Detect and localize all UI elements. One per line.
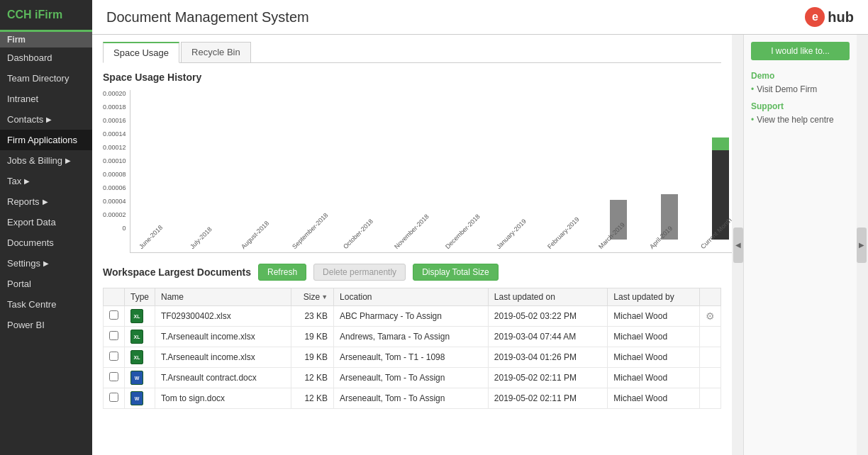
size-sort-arrow: ▼	[321, 293, 328, 300]
ehub-e-circle: e	[805, 7, 825, 27]
sidebar-item-settings[interactable]: Settings ▶	[0, 253, 92, 274]
sidebar-item-intranet[interactable]: Intranet	[0, 89, 92, 109]
sidebar-item-contacts[interactable]: Contacts ▶	[0, 109, 92, 130]
demo-section-title: Demo	[751, 71, 850, 81]
row-last-updated-by: Michael Wood	[608, 306, 700, 327]
row-type: W	[125, 388, 155, 409]
row-name: T.Arseneault income.xlsx	[155, 347, 291, 368]
table-row: XL T.Arseneault income.xlsx 19 KB Arsene…	[104, 347, 721, 368]
workspace-title: Workspace Largest Documents	[103, 266, 251, 278]
table-row: W T.Arsneault contract.docx 12 KB Arsene…	[104, 368, 721, 388]
view-help-centre-link[interactable]: • View the help centre	[751, 115, 850, 125]
row-name: Tom to sign.docx	[155, 388, 291, 409]
row-type: XL	[125, 347, 155, 368]
row-checkbox[interactable]	[104, 388, 125, 409]
row-actions	[700, 327, 721, 347]
row-type: XL	[125, 306, 155, 327]
table-header-name: Name	[155, 288, 291, 306]
sidebar-item-power-bi[interactable]: Power BI	[0, 315, 92, 335]
table-row: W Tom to sign.docx 12 KB Arseneault, Tom…	[104, 388, 721, 409]
table-header-checkbox	[104, 288, 125, 306]
row-checkbox[interactable]	[104, 306, 125, 327]
y-axis: 0.00020 0.00018 0.00016 0.00014 0.00012 …	[103, 90, 130, 253]
scroll-arrow-right[interactable]: ▶	[857, 228, 867, 263]
row-last-updated-on: 2019-03-04 01:26 PM	[488, 347, 608, 368]
row-last-updated-on: 2019-03-04 07:44 AM	[488, 327, 608, 347]
main-content: Space Usage Recycle Bin Space Usage Hist…	[92, 35, 732, 455]
row-location: Andrews, Tamara - To Assign	[334, 327, 489, 347]
visit-demo-firm-link[interactable]: • Visit Demo Firm	[751, 84, 850, 94]
logo-firm: Firm	[38, 9, 63, 21]
table-row: XL TF029300402.xlsx 23 KB ABC Pharmacy -…	[104, 306, 721, 327]
row-last-updated-by: Michael Wood	[608, 368, 700, 388]
tab-space-usage[interactable]: Space Usage	[103, 42, 179, 63]
row-last-updated-on: 2019-05-02 03:22 PM	[488, 306, 608, 327]
table-header-size[interactable]: Size ▼	[291, 288, 334, 306]
i-would-like-to-button[interactable]: I would like to...	[751, 42, 850, 60]
sidebar-item-export-data[interactable]: Export Data	[0, 212, 92, 232]
row-name: T.Arseneault income.xlsx	[155, 327, 291, 347]
chart-bars-wrapper: June-2018 July-2018 August-2018	[130, 90, 732, 253]
right-panel: I would like to... Demo • Visit Demo Fir…	[743, 35, 857, 455]
row-type: W	[125, 368, 155, 388]
table-header-actions	[700, 288, 721, 306]
tax-arrow: ▶	[24, 177, 30, 185]
chart-title: Space Usage History	[103, 72, 721, 83]
settings-arrow: ▶	[43, 259, 49, 267]
topbar: Document Management System e hub	[92, 0, 868, 35]
bar-december-2018: December-2018	[444, 240, 486, 252]
sidebar-logo: CCH iFirm	[0, 0, 92, 32]
bar-october-2018: October-2018	[342, 240, 384, 252]
table-header-type: Type	[125, 288, 155, 306]
row-location: Arseneault, Tom - To Assign	[334, 368, 489, 388]
display-total-size-button[interactable]: Display Total Size	[413, 264, 499, 281]
chart-area: June-2018 July-2018 August-2018	[130, 90, 732, 253]
tabs: Space Usage Recycle Bin	[103, 42, 721, 63]
row-last-updated-on: 2019-05-02 02:11 PM	[488, 368, 608, 388]
bar-january-2019: January-2019	[495, 240, 538, 252]
row-gear[interactable]: ⚙	[700, 306, 721, 327]
table-header-last-updated-on: Last updated on	[488, 288, 608, 306]
tab-recycle-bin[interactable]: Recycle Bin	[181, 42, 251, 62]
bar-april-2019: April-2019	[648, 194, 691, 252]
sidebar-item-reports[interactable]: Reports ▶	[0, 191, 92, 212]
delete-permanently-button[interactable]: Delete permanently	[313, 264, 406, 281]
row-last-updated-by: Michael Wood	[608, 388, 700, 409]
sidebar-section-firm: Firm	[0, 32, 92, 47]
sidebar-item-documents[interactable]: Documents	[0, 232, 92, 253]
row-last-updated-by: Michael Wood	[608, 327, 700, 347]
ehub-logo: e hub	[805, 7, 854, 27]
sidebar-item-task-centre[interactable]: Task Centre	[0, 294, 92, 315]
row-last-updated-on: 2019-05-02 02:11 PM	[488, 388, 608, 409]
sidebar-item-jobs-billing[interactable]: Jobs & Billing ▶	[0, 150, 92, 171]
sidebar-item-dashboard[interactable]: Dashboard	[0, 47, 92, 68]
row-actions	[700, 368, 721, 388]
row-location: Arseneault, Tom - T1 - 1098	[334, 347, 489, 368]
sidebar-item-portal[interactable]: Portal	[0, 274, 92, 294]
sidebar-item-firm-applications[interactable]: Firm Applications	[0, 130, 92, 150]
row-checkbox[interactable]	[104, 347, 125, 368]
gear-icon[interactable]: ⚙	[706, 310, 715, 322]
jobs-arrow: ▶	[65, 157, 71, 164]
bar-february-2019: February-2019	[546, 240, 589, 252]
row-actions	[700, 347, 721, 368]
row-checkbox[interactable]	[104, 327, 125, 347]
sidebar: CCH iFirm Firm Dashboard Team Directory …	[0, 0, 92, 455]
sidebar-item-tax[interactable]: Tax ▶	[0, 171, 92, 191]
scroll-arrow-left[interactable]: ◀	[733, 228, 743, 263]
row-checkbox[interactable]	[104, 368, 125, 388]
row-location: Arseneault, Tom - To Assign	[334, 388, 489, 409]
documents-table: Type Name Size ▼ Location Last updated o…	[103, 288, 721, 409]
refresh-button[interactable]: Refresh	[258, 264, 306, 281]
bar-march-2019: March-2019	[597, 200, 640, 252]
bar-november-2018: November-2018	[393, 240, 435, 252]
topbar-right: e hub	[805, 7, 854, 27]
table-header-last-updated-by: Last updated by	[608, 288, 700, 306]
row-last-updated-by: Michael Wood	[608, 347, 700, 368]
sidebar-item-team-directory[interactable]: Team Directory	[0, 68, 92, 89]
bar-september-2018: September-2018	[291, 240, 333, 252]
main-wrapper: Document Management System e hub Space U…	[92, 0, 868, 455]
row-size: 23 KB	[291, 306, 334, 327]
row-name: T.Arsneault contract.docx	[155, 368, 291, 388]
row-actions	[700, 388, 721, 409]
